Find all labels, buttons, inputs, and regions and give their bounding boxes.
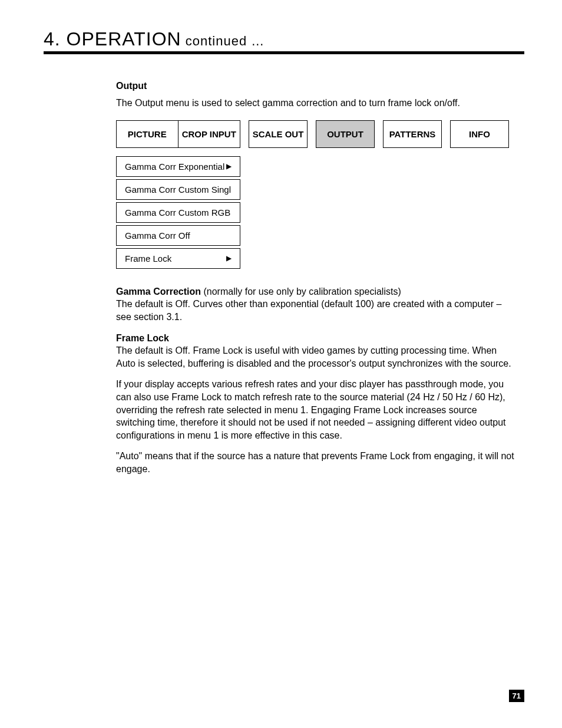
menu-item-gamma-exponential: Gamma Corr Exponential ▶	[116, 156, 240, 177]
page-number: 71	[509, 690, 524, 702]
gamma-correction-label: Gamma Correction	[116, 286, 201, 297]
gamma-correction-paragraph: Gamma Correction (normally for use only …	[116, 285, 515, 324]
menu-item-label: Frame Lock	[125, 253, 171, 263]
header-title-sub: continued …	[181, 34, 265, 48]
page-header: 4. OPERATION continued …	[44, 28, 524, 54]
header-underline	[44, 51, 524, 54]
tab-crop-input: CROP INPUT	[178, 121, 240, 147]
frame-lock-paragraph: Frame Lock The default is Off. Frame Loc…	[116, 332, 515, 370]
menu-item-gamma-custom-singl: Gamma Corr Custom Singl	[116, 179, 240, 200]
gamma-correction-text: The default is Off. Curves other than ex…	[116, 299, 501, 322]
submenu-arrow-icon: ▶	[226, 254, 232, 262]
menu-item-label: Gamma Corr Custom Singl	[125, 185, 231, 195]
menu-item-gamma-custom-rgb: Gamma Corr Custom RGB	[116, 202, 240, 223]
section-heading-output: Output	[116, 81, 515, 91]
body-text: Gamma Correction (normally for use only …	[116, 285, 515, 476]
tab-scale-out: SCALE OUT	[249, 120, 308, 148]
frame-lock-text: The default is Off. Frame Lock is useful…	[116, 345, 511, 368]
menu-item-label: Gamma Corr Custom RGB	[125, 207, 230, 218]
menu-item-gamma-off: Gamma Corr Off	[116, 225, 240, 246]
tab-row: PICTURE CROP INPUT SCALE OUT OUTPUT PATT…	[116, 120, 515, 148]
menu-item-frame-lock: Frame Lock ▶	[116, 248, 240, 269]
intro-text: The Output menu is used to select gamma …	[116, 97, 515, 110]
tab-picture: PICTURE	[117, 121, 178, 147]
gamma-correction-note: (normally for use only by calibration sp…	[201, 286, 401, 297]
content: Output The Output menu is used to select…	[116, 81, 515, 484]
submenu-arrow-icon: ▶	[226, 162, 232, 170]
frame-lock-paragraph-2: If your display accepts various refresh …	[116, 378, 515, 442]
tab-output: OUTPUT	[316, 120, 375, 148]
menu-list: Gamma Corr Exponential ▶ Gamma Corr Cust…	[116, 156, 240, 269]
tab-group-left: PICTURE CROP INPUT	[116, 120, 240, 148]
header-title-main: 4. OPERATION	[44, 28, 181, 50]
menu-item-label: Gamma Corr Exponential	[125, 162, 224, 172]
header-title: 4. OPERATION continued …	[44, 28, 524, 50]
menu-item-label: Gamma Corr Off	[125, 230, 190, 241]
tab-info: INFO	[450, 120, 509, 148]
frame-lock-label: Frame Lock	[116, 333, 169, 343]
frame-lock-paragraph-3: "Auto" means that if the source has a na…	[116, 450, 515, 475]
tab-patterns: PATTERNS	[383, 120, 442, 148]
